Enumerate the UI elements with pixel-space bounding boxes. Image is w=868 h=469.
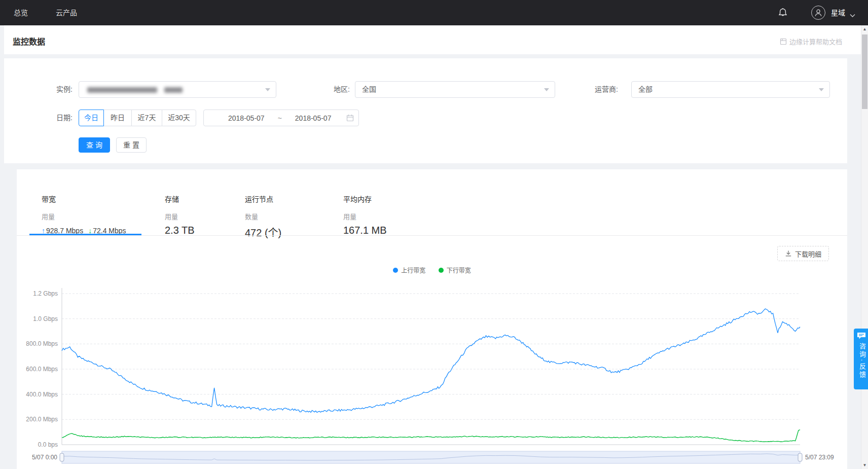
legend-label: 下行带宽: [447, 266, 471, 274]
svg-text:5/07 23:09: 5/07 23:09: [805, 454, 834, 461]
monitor-data-panel: 带宽 用量 ↑928.7 Mbps↓72.4 Mbps 存储 用量 2.3 TB…: [17, 169, 847, 469]
nav-item-overview[interactable]: 总览: [14, 0, 28, 25]
date-range-separator: ~: [278, 114, 282, 122]
download-icon: [785, 250, 792, 257]
stat-sublabel: 数量: [245, 211, 281, 221]
divider: [17, 235, 847, 236]
document-icon: [780, 38, 787, 45]
region-select[interactable]: 全国: [355, 81, 555, 98]
page-title: 监控数据: [13, 35, 45, 47]
svg-text:1.2 Gbps: 1.2 Gbps: [33, 290, 58, 297]
consult-feedback-tab[interactable]: 咨询·反馈: [854, 329, 868, 389]
page-title-bar: 监控数据 边缘计算帮助文档: [4, 25, 861, 54]
top-navbar: 总览 云产品 星域: [0, 0, 868, 25]
instance-select[interactable]: [79, 81, 276, 98]
stat-tab-bandwidth[interactable]: 带宽 用量 ↑928.7 Mbps↓72.4 Mbps: [42, 194, 126, 235]
date-preset-yesterday[interactable]: 昨日: [103, 110, 132, 126]
isp-label: 运营商:: [595, 81, 618, 98]
reset-button[interactable]: 重 置: [116, 137, 147, 153]
chevron-down-icon: [265, 88, 270, 91]
date-start-value: 2018-05-07: [228, 114, 265, 122]
stat-tab-avg-memory[interactable]: 平均内存 用量 167.1 MB: [343, 194, 387, 236]
help-doc-link[interactable]: 边缘计算帮助文档: [780, 37, 842, 46]
stat-title: 运行节点: [245, 194, 281, 204]
svg-text:400.0 Mbps: 400.0 Mbps: [26, 391, 58, 398]
legend-item-downstream[interactable]: 下行带宽: [439, 266, 471, 274]
calendar-icon: [346, 114, 354, 123]
scroll-down-arrow-icon[interactable]: ▼: [861, 463, 868, 467]
chevron-down-icon: [544, 88, 549, 91]
chart-legend: 上行带宽 下行带宽: [17, 266, 847, 274]
legend-dot-downstream: [439, 268, 444, 273]
download-detail-button[interactable]: 下载明细: [777, 246, 829, 261]
edge-computing-monitor-page: 总览 云产品 星域 监控数据: [0, 0, 868, 469]
download-detail-label: 下载明细: [795, 249, 821, 259]
filter-panel: 实例: 地区: 全国 运营商: 全部 日期: 今日 昨日 近7天 近30天 20…: [4, 58, 847, 163]
scroll-up-arrow-icon[interactable]: ▲: [861, 27, 868, 31]
svg-text:200.0 Mbps: 200.0 Mbps: [26, 416, 58, 423]
chevron-down-icon: [850, 11, 855, 20]
vertical-scrollbar[interactable]: ▲ ▼: [861, 25, 868, 469]
stat-title: 存储: [165, 194, 195, 204]
stat-title: 平均内存: [343, 194, 387, 204]
user-name[interactable]: 星域: [831, 0, 845, 25]
user-avatar-icon[interactable]: [811, 6, 825, 20]
region-label: 地区:: [334, 81, 350, 98]
consult-feedback-label: 咨询·反馈: [857, 343, 867, 379]
stat-sublabel: 用量: [42, 211, 126, 221]
stat-sublabel: 用量: [165, 211, 195, 221]
svg-text:600.0 Mbps: 600.0 Mbps: [26, 366, 58, 373]
svg-text:0.0 bps: 0.0 bps: [38, 441, 58, 448]
query-button[interactable]: 查 询: [79, 137, 110, 153]
stat-title: 带宽: [42, 194, 126, 204]
stat-value: 167.1 MB: [343, 225, 387, 236]
isp-select[interactable]: 全部: [631, 81, 830, 98]
date-range-picker[interactable]: 2018-05-07 ~ 2018-05-07: [203, 110, 359, 126]
stat-sublabel: 用量: [343, 211, 387, 221]
help-doc-label: 边缘计算帮助文档: [789, 37, 842, 46]
date-label: 日期:: [56, 110, 73, 126]
isp-value: 全部: [638, 85, 653, 93]
chevron-down-icon: [819, 88, 824, 91]
date-end-value: 2018-05-07: [295, 114, 332, 122]
legend-dot-upstream: [393, 268, 398, 273]
date-preset-group: 今日 昨日 近7天 近30天: [79, 110, 196, 126]
svg-text:5/07 0:00: 5/07 0:00: [32, 454, 57, 461]
region-value: 全国: [362, 85, 376, 93]
instance-label: 实例:: [56, 81, 73, 98]
stat-value: 2.3 TB: [165, 225, 195, 236]
nav-item-cloud-products[interactable]: 云产品: [56, 0, 77, 25]
date-preset-7days[interactable]: 近7天: [131, 110, 162, 126]
instance-value-redacted: [164, 87, 183, 93]
stat-tab-running-nodes[interactable]: 运行节点 数量 472 (个): [245, 194, 281, 239]
svg-text:800.0 Mbps: 800.0 Mbps: [26, 340, 58, 347]
legend-label: 上行带宽: [401, 266, 425, 274]
stat-tab-storage[interactable]: 存储 用量 2.3 TB: [165, 194, 195, 236]
instance-value-redacted: [87, 87, 157, 93]
scrollbar-thumb[interactable]: [862, 34, 867, 109]
bandwidth-line-chart[interactable]: 0.0 bps200.0 Mbps400.0 Mbps600.0 Mbps800…: [17, 281, 847, 469]
date-preset-today[interactable]: 今日: [79, 110, 104, 126]
chat-bubble-icon: [857, 332, 868, 342]
stat-value: 472 (个): [245, 225, 281, 239]
legend-item-upstream[interactable]: 上行带宽: [393, 266, 425, 274]
date-preset-30days[interactable]: 近30天: [162, 110, 196, 126]
notification-bell-icon[interactable]: [777, 7, 789, 19]
svg-text:1.0 Gbps: 1.0 Gbps: [33, 315, 58, 322]
